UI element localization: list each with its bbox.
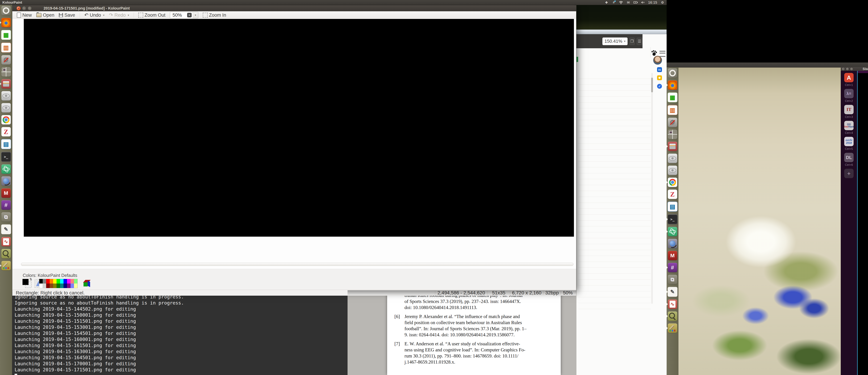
launcher-item-firefox[interactable]: [668, 81, 677, 90]
launcher-item-ubuntu[interactable]: [1, 6, 11, 15]
terminal-window[interactable]: Ignoring source as no aboutToFinish hand…: [12, 291, 347, 375]
session-gear-icon[interactable]: ⚙: [660, 0, 664, 4]
mail-list-row[interactable]: [578, 268, 651, 274]
mail-list-row[interactable]: [578, 73, 651, 79]
palette-color-swatch[interactable]: [39, 283, 43, 288]
palette-color-swatch[interactable]: [39, 279, 43, 283]
mail-list-row[interactable]: [578, 244, 651, 250]
mail-list-row[interactable]: [578, 185, 651, 191]
mail-list-row[interactable]: [578, 238, 651, 244]
launcher-item-firefox[interactable]: [1, 18, 11, 27]
mail-list-row[interactable]: [578, 167, 651, 173]
palette-color-swatch[interactable]: [74, 279, 78, 283]
launcher-item-globe[interactable]: [1, 177, 11, 186]
launcher-item-terminal[interactable]: >_: [668, 214, 678, 224]
pdf-zoom-dropdown[interactable]: 150.41%▾: [602, 37, 627, 45]
open-button[interactable]: Open: [36, 12, 54, 18]
launcher-item-globe[interactable]: [668, 239, 677, 248]
mail-list-row[interactable]: [578, 79, 651, 85]
launcher-item-displays[interactable]: ⧉: [1, 212, 11, 222]
launcher-item-disk-a[interactable]: [668, 154, 677, 163]
launcher-item-chrome[interactable]: [668, 178, 677, 187]
mail-list-row[interactable]: [578, 120, 651, 126]
mail-list-row[interactable]: [578, 108, 651, 114]
launcher-item-displays[interactable]: ⧉: [668, 275, 677, 284]
avatar[interactable]: [653, 56, 662, 65]
chevron-down-icon[interactable]: ▾: [103, 13, 104, 17]
pdf-menu-button[interactable]: ☰: [637, 38, 642, 45]
launcher-item-libreoffice-writer[interactable]: ▤: [1, 139, 11, 149]
launcher-item-system-settings[interactable]: ⚙: [1, 55, 11, 65]
mail-list-row[interactable]: [578, 291, 651, 297]
launcher-item-libreoffice-calc[interactable]: ▦: [668, 92, 678, 102]
palette-color-swatch[interactable]: [60, 283, 64, 288]
launcher-item-terminal[interactable]: >_: [1, 152, 11, 162]
launcher-item-mendeley[interactable]: M: [668, 251, 677, 260]
mail-list-row[interactable]: [578, 256, 651, 262]
launcher-item-libreoffice-impress[interactable]: ▥: [668, 105, 678, 115]
maximize-icon[interactable]: □: [28, 6, 32, 10]
minimize-icon[interactable]: −: [846, 67, 849, 70]
new-button[interactable]: New: [17, 12, 32, 18]
mail-list-row[interactable]: [578, 138, 651, 144]
launcher-item-latex-doc[interactable]: ∿: [668, 300, 677, 309]
palette-color-swatch[interactable]: [50, 283, 53, 288]
launcher-item-atom[interactable]: [668, 227, 677, 236]
mail-list-row[interactable]: [578, 156, 651, 161]
palette-color-swatch[interactable]: [46, 279, 50, 283]
mail-list-row[interactable]: [578, 280, 651, 285]
mail-list-row[interactable]: [578, 102, 651, 108]
palette-color-swatch[interactable]: [70, 279, 74, 283]
mail-list-row[interactable]: [578, 85, 651, 91]
palette-color-swatch[interactable]: [50, 279, 53, 283]
color-palette[interactable]: [39, 279, 78, 288]
slack-workspace-add-workspace[interactable]: +: [844, 169, 854, 178]
mail-list-row[interactable]: [578, 150, 651, 156]
launcher-item-workspace-switcher[interactable]: [1, 67, 11, 76]
mail-list-row[interactable]: [578, 232, 651, 238]
slack-icon[interactable]: #: [612, 0, 616, 4]
launcher-item-file-archiver[interactable]: [1, 79, 11, 89]
mail-list-row[interactable]: [578, 250, 651, 256]
mail-list-row[interactable]: [578, 132, 651, 138]
palette-color-swatch[interactable]: [53, 283, 57, 288]
slack-workspace-ozchi[interactable]: ozchi 2018: [844, 137, 854, 146]
google-tasks-icon[interactable]: ✓: [657, 84, 662, 89]
slack-workspace-haskell[interactable]: λ=: [844, 89, 854, 98]
launcher-item-libreoffice-impress[interactable]: ▥: [1, 42, 11, 53]
palette-color-swatch[interactable]: [64, 279, 67, 283]
kolourpaint-titlebar[interactable]: ✕ − □ 2019-04-15-171501.png [modified] -…: [12, 5, 576, 11]
launcher-item-latex-doc[interactable]: ∿: [1, 237, 11, 246]
color-cube-icon[interactable]: [83, 280, 91, 287]
launcher-item-file-archiver[interactable]: [668, 142, 677, 151]
launcher-item-text-editor[interactable]: ✎: [1, 224, 11, 235]
mail-list-row[interactable]: [578, 96, 651, 102]
wifi-icon[interactable]: [619, 0, 623, 4]
palette-color-swatch[interactable]: [74, 283, 78, 288]
mail-list-row[interactable]: [578, 274, 651, 280]
launcher-item-slack-app[interactable]: #: [668, 263, 677, 272]
menu-icon[interactable]: [659, 51, 665, 57]
mail-list-row[interactable]: [578, 303, 651, 309]
launcher-item-image-viewer[interactable]: [1, 249, 11, 258]
zoom-in-button[interactable]: Zoom In: [203, 12, 226, 18]
launcher-item-disk-b[interactable]: [668, 166, 677, 175]
launcher-item-libreoffice-calc[interactable]: ▦: [1, 30, 11, 40]
scrollbar-thumb[interactable]: [651, 77, 653, 92]
mail-list-row[interactable]: [578, 220, 651, 226]
zoom-level-combobox[interactable]: 50% ✕ ▾: [170, 12, 198, 19]
launcher-item-ubuntu[interactable]: [668, 68, 677, 78]
mail-list-row[interactable]: [578, 209, 651, 215]
mail-list-row[interactable]: [578, 114, 651, 120]
foreground-color-swatch[interactable]: [22, 279, 29, 285]
launcher-item-image-viewer[interactable]: [668, 311, 677, 321]
mail-list-row[interactable]: [578, 91, 651, 96]
volume-muted-icon[interactable]: [641, 0, 645, 4]
image-canvas[interactable]: [24, 19, 574, 237]
mail-list-row[interactable]: [578, 126, 651, 132]
redo-button[interactable]: ↷Redo▾: [109, 12, 129, 18]
battery-icon[interactable]: [633, 0, 638, 4]
mail-list-row[interactable]: [578, 173, 651, 179]
canvas-scroll-area[interactable]: [12, 19, 576, 269]
launcher-item-workspace-switcher[interactable]: [668, 130, 677, 139]
